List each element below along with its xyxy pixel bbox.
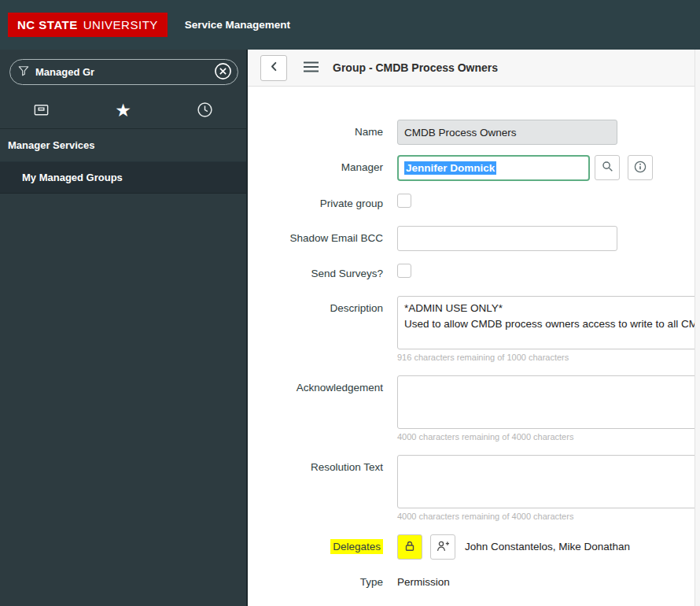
form-row-private-group: Private group xyxy=(248,191,700,209)
filter-icon xyxy=(18,65,29,79)
favorites-tab[interactable]: ★ xyxy=(82,93,164,128)
app-header: NC STATEUNIVERSITY Service Management xyxy=(0,0,700,50)
app-title: Service Management xyxy=(185,19,290,31)
description-char-counter: 916 characters remaining of 1000 charact… xyxy=(397,353,569,362)
form-row-send-surveys: Send Surveys? xyxy=(248,261,700,279)
description-textarea[interactable]: *ADMIN USE ONLY* Used to allow CMDB proc… xyxy=(397,296,700,349)
sidebar-filter-input[interactable] xyxy=(35,66,212,78)
send-surveys-label: Send Surveys? xyxy=(248,261,383,279)
delegates-add-user-button[interactable] xyxy=(430,534,455,560)
clear-filter-button[interactable] xyxy=(212,62,233,83)
page-title: Group - CMDB Process Owners xyxy=(333,61,498,74)
group-form: Name Manager Jennifer Domnick xyxy=(248,87,700,588)
sidebar-icon-tabs: ★ xyxy=(0,93,246,129)
manager-selected-text: Jennifer Domnick xyxy=(404,161,496,175)
history-clock-icon xyxy=(196,101,214,121)
sidebar-item-my-managed-groups[interactable]: My Managed Groups xyxy=(0,162,246,194)
history-tab[interactable] xyxy=(164,93,246,128)
sidebar-filter xyxy=(9,59,238,85)
name-input[interactable] xyxy=(397,120,617,145)
manager-label: Manager xyxy=(248,155,383,181)
back-button[interactable] xyxy=(260,55,287,81)
search-icon xyxy=(602,161,613,175)
delegates-label: Delegates xyxy=(248,534,383,560)
type-label: Type xyxy=(248,570,383,588)
form-row-shadow-email-bcc: Shadow Email BCC xyxy=(248,226,700,251)
clear-icon xyxy=(214,62,232,83)
collections-tab[interactable] xyxy=(0,93,82,128)
vertical-scrollbar[interactable] xyxy=(694,50,700,606)
send-surveys-checkbox[interactable] xyxy=(397,264,411,278)
description-label: Description xyxy=(248,296,383,362)
name-label: Name xyxy=(248,120,383,145)
info-icon xyxy=(634,161,647,176)
delegates-label-highlight: Delegates xyxy=(330,539,383,554)
lock-icon xyxy=(403,540,416,555)
delegates-lock-button[interactable] xyxy=(397,534,422,560)
acknowledgement-textarea[interactable] xyxy=(397,375,700,429)
private-group-label: Private group xyxy=(248,191,383,209)
shadow-email-bcc-label: Shadow Email BCC xyxy=(248,226,383,251)
manager-info-button[interactable] xyxy=(628,155,653,180)
favorites-star-icon: ★ xyxy=(115,102,131,120)
type-value: Permission xyxy=(397,570,450,588)
acknowledgement-label: Acknowledgement xyxy=(248,375,383,442)
sidebar: ★ Manager Services My Managed Groups xyxy=(0,50,248,606)
resolution-text-char-counter: 4000 characters remaining of 4000 charac… xyxy=(397,512,573,521)
delegates-value: John Constantelos, Mike Donathan xyxy=(465,534,630,552)
private-group-checkbox[interactable] xyxy=(397,194,411,208)
add-user-icon xyxy=(436,540,450,555)
ncstate-logo[interactable]: NC STATEUNIVERSITY xyxy=(8,13,168,37)
resolution-text-textarea[interactable] xyxy=(397,455,700,508)
logo-secondary-text: UNIVERSITY xyxy=(83,18,158,31)
form-row-acknowledgement: Acknowledgement 4000 characters remainin… xyxy=(248,375,700,442)
form-row-delegates: Delegates John Constantelos, Mike Donath… xyxy=(248,534,700,560)
manager-lookup-button[interactable] xyxy=(595,155,620,180)
resolution-text-label: Resolution Text xyxy=(248,455,383,521)
sidebar-section-manager-services: Manager Services xyxy=(0,129,246,162)
acknowledgement-char-counter: 4000 characters remaining of 4000 charac… xyxy=(397,432,573,442)
collections-icon xyxy=(32,101,50,121)
form-row-description: Description *ADMIN USE ONLY* Used to all… xyxy=(248,296,700,362)
shadow-email-bcc-input[interactable] xyxy=(397,226,617,251)
manager-input[interactable]: Jennifer Domnick xyxy=(397,155,590,181)
context-menu-button[interactable] xyxy=(300,57,322,79)
form-row-name: Name xyxy=(248,120,700,145)
logo-primary-text: NC STATE xyxy=(17,18,78,31)
form-row-manager: Manager Jennifer Domnick xyxy=(248,155,700,181)
back-chevron-icon xyxy=(268,61,280,75)
form-row-resolution-text: Resolution Text 4000 characters remainin… xyxy=(248,455,700,521)
content-header: Group - CMDB Process Owners xyxy=(248,50,700,87)
hamburger-menu-icon xyxy=(303,61,319,76)
main-content: Group - CMDB Process Owners Name Manager… xyxy=(248,50,700,606)
form-row-type: Type Permission xyxy=(248,570,700,588)
